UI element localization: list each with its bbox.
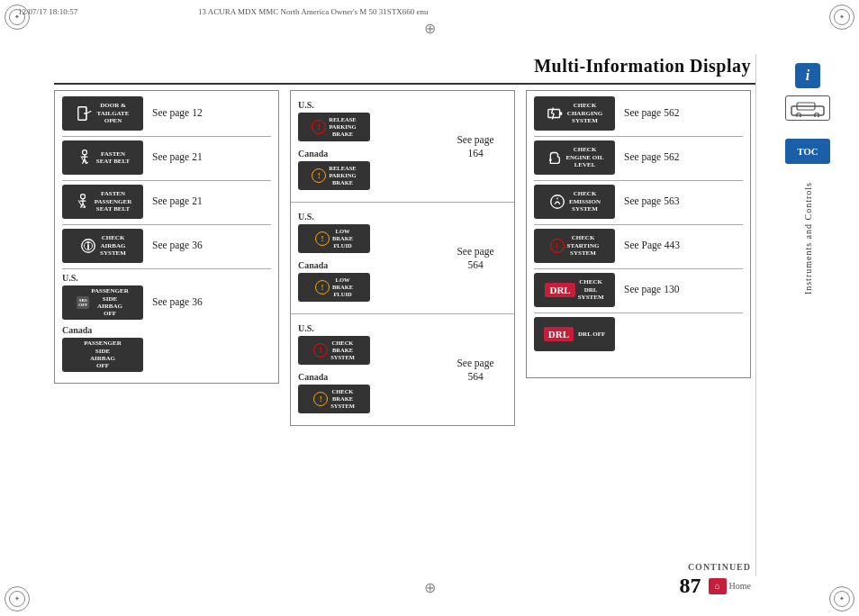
check-engine-oil-icon: CHECKENGINE OILLEVEL [534,140,615,175]
canada-label: Canada [298,149,444,159]
list-item: FASTENPASSENGERSEAT BELT See page 21 [62,185,271,219]
drl-badge-off: DRL [544,327,574,341]
list-item-airbag-off: U.S. SRSOFF PASSENGERSIDEAIRBAGOFF See [62,273,271,372]
header-docref: 13 ACURA MDX MMC North America Owner's M… [198,7,429,16]
see-page-562b: See page 562 [624,150,679,165]
corner-br-inner: ✦ [834,591,850,607]
list-item: DRL DRL OFF [534,317,743,351]
home-label: Home [729,581,751,591]
right-sidebar: i TOC Instruments and Controls [755,54,859,576]
check-brake-system-us: ! CHECKBRAKESYSTEM [298,336,370,365]
svg-point-22 [87,241,90,244]
canada-icon-wrapper: ! LOWBRAKEFLUID [298,273,444,305]
columns-wrapper: DOOR &TAILGATEOPEN See page 12 [54,90,751,426]
mid-icons: U.S. ! RELEASEPARKINGBRAKE [298,96,444,196]
us-label: U.S. [298,100,444,110]
see-page-562a: See page 562 [624,106,679,121]
low-brake-fluid-canada: ! LOWBRAKEFLUID [298,273,370,302]
bottom-area: CONTINUED 87 ⌂ Home [54,562,751,598]
svg-rect-25 [559,112,562,115]
mid-row: U.S. ! CHECKBRAKESYSTEM [298,320,507,420]
page-number-area: 87 ⌂ Home [680,574,751,598]
divider [62,268,271,269]
mid-row: U.S. ! LOWBRAKEFLUID [298,208,507,308]
svg-point-7 [84,113,86,114]
see-page-21a: See page 21 [152,150,203,165]
see-page-12: See page 12 [152,106,203,121]
corner-bl: ✦ [5,586,30,611]
mid-section-brake-fluid: U.S. ! LOWBRAKEFLUID [291,203,514,314]
mid-seepage: See page 564 [444,320,507,420]
divider [62,136,271,137]
mid-row: U.S. ! RELEASEPARKINGBRAKE [298,96,507,196]
check-airbag-icon: CHECKAIRBAGSYSTEM [62,229,143,263]
svg-rect-24 [548,109,560,117]
see-page-130: See page 130 [624,283,679,297]
us-icon-wrapper: ! RELEASEPARKINGBRAKE [298,113,444,145]
canada-label: Canada [62,325,271,335]
list-item: CHECKEMISSIONSYSTEM See page 563 [534,185,743,219]
mid-seepage: See page 164 [444,96,507,196]
us-icon-wrapper: ! CHECKBRAKESYSTEM [298,336,444,368]
us-label: U.S. [298,212,444,222]
car-icon [785,95,830,121]
mid-section-brake-system: U.S. ! CHECKBRAKESYSTEM [291,314,514,425]
warning-row-canada: PASSENGERSIDEAIRBAGOFF [62,338,271,372]
divider [62,180,271,181]
check-brake-system-canada: ! CHECKBRAKESYSTEM [298,385,370,413]
svg-line-26 [551,108,553,113]
see-page-36a: See page 36 [152,239,203,253]
home-icon[interactable]: ⌂ [709,578,727,594]
check-emission-icon: CHECKEMISSIONSYSTEM [534,185,615,219]
see-page-563: See page 563 [624,195,679,209]
see-page-443: See Page 443 [624,239,680,253]
info-icon: i [795,63,820,88]
page-number: 87 [680,574,701,598]
mid-icons: U.S. ! CHECKBRAKESYSTEM [298,320,444,420]
check-charging-icon: CHECKCHARGINGSYSTEM [534,96,615,131]
bottom-right: CONTINUED 87 ⌂ Home [680,562,751,598]
list-item: DRL CHECKDRLSYSTEM See page 130 [534,273,743,307]
mid-section-parking-brake: U.S. ! RELEASEPARKINGBRAKE [291,91,514,203]
list-item: CHECKENGINE OILLEVEL See page 562 [534,140,743,175]
passenger-airbag-off-canada-icon: PASSENGERSIDEAIRBAGOFF [62,338,143,372]
corner-bl-inner: ✦ [9,591,25,607]
right-column: CHECKCHARGINGSYSTEM See page 562 [526,90,751,426]
title-rule [54,83,755,85]
list-item: ! CHECKSTARTINGSYSTEM See Page 443 [534,229,743,263]
drl-badge: DRL [545,283,574,297]
us-icon-wrapper: ! LOWBRAKEFLUID [298,224,444,257]
us-label: U.S. [298,323,444,333]
divider [534,180,743,181]
sidebar-vertical-label: Instruments and Controls [803,182,813,294]
svg-point-14 [80,195,85,199]
divider [534,268,743,269]
svg-point-8 [82,150,86,155]
see-page-21b: See page 21 [152,195,203,209]
left-col-container: DOOR &TAILGATEOPEN See page 12 [54,90,279,384]
canada-icon-wrapper: ! RELEASEPARKINGBRAKE [298,161,444,194]
canada-icon-wrapper: ! CHECKBRAKESYSTEM [298,385,444,417]
low-brake-fluid-us: ! LOWBRAKEFLUID [298,224,370,253]
mid-icons: U.S. ! LOWBRAKEFLUID [298,208,444,308]
divider [534,313,743,313]
divider [62,224,271,225]
crosshair-top: ⊕ [424,20,436,37]
right-col-container: CHECKCHARGINGSYSTEM See page 562 [526,90,751,378]
list-item: DOOR &TAILGATEOPEN See page 12 [62,96,271,131]
check-starting-icon: ! CHECKSTARTINGSYSTEM [534,229,615,263]
release-parking-brake-canada: ! RELEASEPARKINGBRAKE [298,161,370,190]
crosshair-bottom: ⊕ [424,579,436,596]
mid-seepage: See page 564 [444,208,507,308]
warning-row-us: SRSOFF PASSENGERSIDEAIRBAGOFF See page 3… [62,285,271,320]
toc-button[interactable]: TOC [785,139,830,164]
main-content: DOOR &TAILGATEOPEN See page 12 [54,90,751,562]
list-item: FASTENSEAT BELT See page 21 [62,140,271,175]
svg-line-28 [552,113,554,119]
check-drl-system-icon: DRL CHECKDRLSYSTEM [534,273,615,307]
drl-off-icon: DRL DRL OFF [534,317,615,351]
us-label: U.S. [62,273,271,283]
continued-text: CONTINUED [688,562,751,572]
home-area[interactable]: ⌂ Home [709,578,751,594]
canada-label: Canada [298,372,444,382]
